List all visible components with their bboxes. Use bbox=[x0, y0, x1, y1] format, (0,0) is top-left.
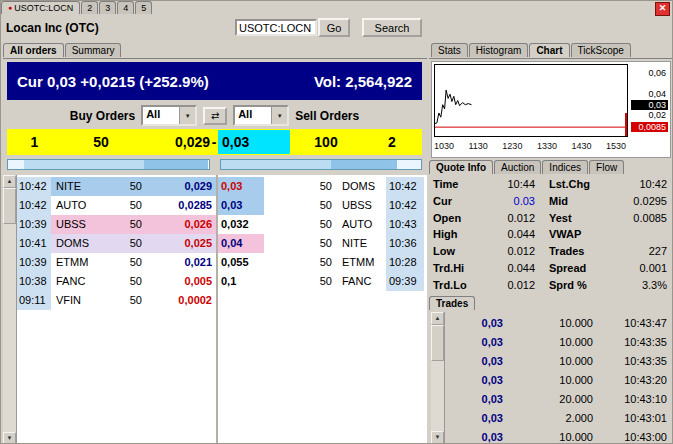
y-axis-label: 0,0085 bbox=[631, 122, 668, 132]
bid-row[interactable]: 09:11VFIN500,0002 bbox=[17, 291, 216, 310]
chart-x-axis: 103011301230133014301530 bbox=[434, 141, 626, 151]
scrollbar-thumb[interactable] bbox=[3, 188, 16, 224]
ask-depth-bar bbox=[220, 159, 423, 170]
tab-summary[interactable]: Summary bbox=[65, 43, 122, 57]
order-book-table: ▲ ▼ 10:42NITE500,02910:42AUTO500,028510:… bbox=[3, 175, 427, 444]
x-axis-label: 1430 bbox=[571, 141, 591, 151]
workspace-tab-5[interactable]: 5 bbox=[135, 1, 152, 14]
trade-time: 10:43:00 bbox=[593, 428, 671, 444]
tab-stats[interactable]: Stats bbox=[431, 43, 468, 57]
ask-market-maker: DOMS bbox=[342, 177, 386, 196]
go-button[interactable]: Go bbox=[318, 18, 350, 37]
trade-price: 0,03 bbox=[445, 409, 503, 428]
close-button[interactable]: ✕ bbox=[655, 2, 670, 16]
quote-row: Open0.012Yest0.0085 bbox=[431, 210, 671, 227]
ask-price: 0,03 bbox=[218, 177, 264, 196]
quote-label: Low bbox=[431, 243, 475, 260]
workspace-tab-3[interactable]: 3 bbox=[99, 1, 116, 14]
depth-segment bbox=[397, 160, 421, 169]
tab-trades[interactable]: Trades bbox=[429, 296, 475, 310]
sell-orders-label: Sell Orders bbox=[295, 109, 359, 123]
order-book-scrollbar[interactable]: ▲ ▼ bbox=[3, 175, 17, 444]
ask-row[interactable]: 0,05550ETMM10:28 bbox=[218, 253, 424, 272]
workspace-tab-active[interactable]: ●USOTC:LOCN bbox=[1, 1, 80, 14]
ask-row[interactable]: 0,0350UBSS10:42 bbox=[218, 196, 424, 215]
best-bid-size: 50 bbox=[62, 134, 140, 150]
ask-row[interactable]: 0,0350DOMS10:42 bbox=[218, 177, 424, 196]
bid-size: 50 bbox=[107, 196, 166, 215]
ask-row[interactable]: 0,0450NITE10:36 bbox=[218, 234, 424, 253]
bid-market-maker: VFIN bbox=[51, 291, 107, 310]
trade-row: 0,0320.00010:43:10 bbox=[445, 390, 671, 409]
tab-auction[interactable]: Auction bbox=[494, 160, 541, 174]
ask-list: 0,0350DOMS10:420,0350UBSS10:420,03250AUT… bbox=[218, 177, 424, 291]
quote-row: Trd.Lo0.012Sprd %3.3% bbox=[431, 277, 671, 294]
depth-segment bbox=[221, 160, 331, 169]
bid-price: 0,021 bbox=[166, 253, 216, 272]
bid-size: 50 bbox=[107, 177, 166, 196]
tab-indices[interactable]: Indices bbox=[542, 160, 588, 174]
trade-size: 10.000 bbox=[503, 371, 593, 390]
scrollbar-thumb[interactable] bbox=[431, 325, 444, 361]
bid-row[interactable]: 10:38FANC500,005 bbox=[17, 272, 216, 291]
quote-label: VWAP bbox=[535, 226, 595, 243]
bid-time: 10:39 bbox=[17, 215, 51, 234]
ask-size: 50 bbox=[264, 253, 342, 272]
ask-row[interactable]: 0,150FANC09:39 bbox=[218, 272, 424, 291]
symbol-input[interactable] bbox=[235, 19, 317, 36]
tab-histogram[interactable]: Histogram bbox=[469, 43, 529, 57]
tab-tickscope[interactable]: TickScope bbox=[571, 43, 631, 57]
sell-orders-filter-select[interactable]: All ▼ bbox=[233, 105, 289, 126]
buy-filter-value: All bbox=[143, 107, 179, 124]
trade-price: 0,03 bbox=[445, 333, 503, 352]
workspace-tab-4[interactable]: 4 bbox=[117, 1, 134, 14]
order-filter-row: Buy Orders All ▼ ⇄ All ▼ Sell Orders bbox=[7, 102, 422, 129]
scroll-up-button[interactable]: ▲ bbox=[431, 312, 444, 325]
bid-price: 0,029 bbox=[166, 177, 216, 196]
workspace-tab-2[interactable]: 2 bbox=[81, 1, 98, 14]
scroll-down-button[interactable]: ▼ bbox=[431, 431, 444, 444]
tab-all-orders[interactable]: All orders bbox=[3, 43, 64, 57]
link-filters-button[interactable]: ⇄ bbox=[203, 107, 227, 125]
ask-market-maker: ETMM bbox=[342, 253, 386, 272]
bid-row[interactable]: 10:42AUTO500,0285 bbox=[17, 196, 216, 215]
y-axis-label: 0,02 bbox=[646, 110, 668, 120]
buy-orders-filter-select[interactable]: All ▼ bbox=[141, 105, 197, 126]
quote-value: 10:42 bbox=[595, 176, 671, 193]
bid-size: 50 bbox=[107, 215, 166, 234]
scrollbar-track[interactable] bbox=[3, 188, 16, 432]
trade-price: 0,03 bbox=[445, 428, 503, 444]
scrollbar-track[interactable] bbox=[431, 325, 444, 431]
scroll-up-icon: ▲ bbox=[435, 315, 441, 321]
search-button[interactable]: Search bbox=[362, 18, 422, 37]
depth-bars bbox=[7, 159, 422, 170]
bid-row[interactable]: 10:39ETMM500,021 bbox=[17, 253, 216, 272]
tab-status-dot-icon: ● bbox=[8, 4, 12, 11]
trade-price: 0,03 bbox=[445, 314, 503, 333]
chart-y-axis: 0,060,040,030,020,0085 bbox=[631, 64, 669, 137]
trade-row: 0,0310.00010:43:00 bbox=[445, 428, 671, 444]
bid-price: 0,0002 bbox=[166, 291, 216, 310]
bid-time: 09:11 bbox=[17, 291, 51, 310]
depth-segment bbox=[331, 160, 397, 169]
chevron-down-icon[interactable]: ▼ bbox=[271, 107, 287, 124]
bid-row[interactable]: 10:41DOMS500,025 bbox=[17, 234, 216, 253]
ask-size: 50 bbox=[264, 215, 342, 234]
trades-scrollbar[interactable]: ▲ ▼ bbox=[431, 312, 445, 444]
bid-row[interactable]: 10:42NITE500,029 bbox=[17, 177, 216, 196]
ask-row[interactable]: 0,03250AUTO10:43 bbox=[218, 215, 424, 234]
scroll-up-button[interactable]: ▲ bbox=[3, 175, 16, 188]
y-axis-label: 0,04 bbox=[646, 89, 668, 99]
tab-quote-info[interactable]: Quote Info bbox=[429, 160, 493, 174]
bid-size: 50 bbox=[107, 272, 166, 291]
header-bar: Locan Inc (OTC) Go Search bbox=[1, 15, 672, 42]
tab-flow[interactable]: Flow bbox=[589, 160, 624, 174]
bid-row[interactable]: 10:39UBSS500,026 bbox=[17, 215, 216, 234]
quote-row: Low0.012Trades227 bbox=[431, 243, 671, 260]
chevron-down-icon[interactable]: ▼ bbox=[179, 107, 195, 124]
tab-chart[interactable]: Chart bbox=[529, 43, 569, 57]
quote-row: High0.044VWAP bbox=[431, 226, 671, 243]
ask-time: 10:36 bbox=[386, 234, 424, 253]
scroll-down-button[interactable]: ▼ bbox=[3, 432, 16, 444]
trade-row: 0,0310.00010:43:47 bbox=[445, 314, 671, 333]
